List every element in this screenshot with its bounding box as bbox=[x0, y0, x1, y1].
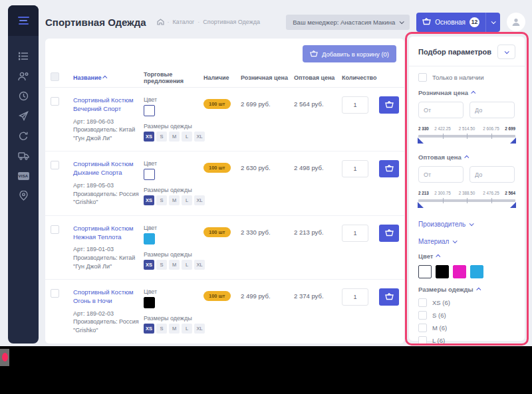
table-row: Спортивный Костюм Дыхание Спорта Арт: 18… bbox=[45, 151, 404, 215]
slider-handle-min[interactable] bbox=[418, 138, 424, 144]
size-chip[interactable]: XS bbox=[144, 132, 154, 142]
size-filter-option[interactable]: M (6) bbox=[418, 324, 515, 332]
color-swatch[interactable] bbox=[144, 169, 155, 180]
product-name-link[interactable]: Спортивный Костюм Нежная Теплота bbox=[73, 225, 144, 242]
row-checkbox[interactable] bbox=[51, 97, 59, 106]
color-swatch[interactable] bbox=[144, 297, 155, 308]
quantity-input[interactable] bbox=[342, 288, 368, 306]
size-chip-list: XSSMLXL bbox=[144, 324, 203, 334]
size-filter-checkbox[interactable] bbox=[418, 298, 427, 307]
size-chip[interactable]: XL bbox=[194, 260, 205, 270]
user-avatar[interactable] bbox=[507, 13, 525, 31]
size-chip[interactable]: M bbox=[169, 132, 180, 142]
location-pin-icon[interactable] bbox=[18, 190, 29, 201]
slider-tick-label: 2 606.75 bbox=[483, 126, 499, 131]
size-filter-checkbox[interactable] bbox=[418, 311, 427, 320]
payment-visa-icon[interactable]: VISA bbox=[18, 170, 29, 181]
size-chip[interactable]: M bbox=[169, 324, 180, 334]
add-row-to-cart-button[interactable] bbox=[379, 225, 399, 242]
wholesale-price-from-input[interactable] bbox=[418, 166, 464, 183]
filter-color-swatch[interactable] bbox=[436, 265, 449, 278]
size-chip[interactable]: S bbox=[156, 195, 167, 205]
size-chip[interactable]: L bbox=[182, 260, 192, 270]
chevron-down-icon bbox=[505, 49, 509, 54]
product-name-link[interactable]: Спортивный Костюм Огонь в Ночи bbox=[73, 288, 144, 306]
quantity-input[interactable] bbox=[342, 96, 368, 114]
slider-handle-max[interactable] bbox=[510, 138, 516, 144]
retail-price-from-input[interactable] bbox=[418, 102, 464, 118]
slider-handle-max[interactable] bbox=[510, 202, 516, 208]
header-name[interactable]: Название bbox=[73, 74, 144, 81]
manufacturer-section-toggle[interactable]: Производитель bbox=[418, 221, 515, 228]
hamburger-menu-button[interactable] bbox=[8, 5, 39, 36]
orders-list-icon[interactable] bbox=[18, 50, 29, 62]
history-clock-icon[interactable] bbox=[18, 90, 29, 102]
sync-icon[interactable] bbox=[18, 130, 29, 142]
size-chip[interactable]: XS bbox=[144, 195, 154, 205]
product-name-link[interactable]: Спортивный Костюм Вечерний Спорт bbox=[73, 96, 144, 114]
size-chip[interactable]: XS bbox=[144, 260, 154, 270]
size-filter-option[interactable]: S (6) bbox=[418, 311, 515, 320]
clients-icon[interactable] bbox=[18, 70, 29, 82]
add-row-to-cart-button[interactable] bbox=[379, 288, 399, 306]
color-section-toggle[interactable]: Цвет bbox=[418, 252, 515, 260]
size-chip[interactable]: XL bbox=[194, 132, 205, 142]
home-icon[interactable] bbox=[157, 19, 164, 25]
slider-handle-min[interactable] bbox=[418, 202, 424, 208]
breadcrumb-catalog[interactable]: Каталог bbox=[168, 19, 195, 25]
size-chip[interactable]: M bbox=[169, 195, 180, 205]
color-swatch[interactable] bbox=[144, 233, 155, 245]
retail-price-to-input[interactable] bbox=[469, 102, 515, 118]
slider-track[interactable] bbox=[418, 135, 515, 138]
manager-dropdown[interactable]: Ваш менеджер: Анастасия Макина bbox=[286, 15, 410, 30]
send-rocket-icon[interactable] bbox=[18, 110, 29, 122]
add-row-to-cart-button[interactable] bbox=[379, 96, 399, 114]
size-chip[interactable]: S bbox=[156, 260, 167, 270]
wholesale-price-value: 2 498 руб. bbox=[294, 160, 342, 171]
size-chip[interactable]: XS bbox=[144, 324, 154, 334]
add-to-cart-bulk-button[interactable]: Добавить в корзину (0) bbox=[303, 45, 396, 62]
select-all-checkbox[interactable] bbox=[51, 72, 59, 81]
wholesale-price-section-toggle[interactable]: Оптовая цена bbox=[418, 153, 515, 161]
row-checkbox[interactable] bbox=[51, 289, 59, 298]
size-filter-checkbox[interactable] bbox=[418, 336, 427, 345]
product-name-link[interactable]: Спортивный Костюм Дыхание Спорта bbox=[73, 160, 144, 177]
size-filter-option[interactable]: XS (6) bbox=[418, 298, 515, 307]
retail-price-section-toggle[interactable]: Розничная цена bbox=[418, 89, 515, 96]
sizes-label: Размеры одежды bbox=[144, 251, 203, 258]
add-row-to-cart-button[interactable] bbox=[379, 160, 399, 177]
size-chip[interactable]: M bbox=[169, 260, 180, 270]
cart-icon bbox=[422, 18, 431, 26]
only-in-stock-option[interactable]: Только в наличии bbox=[418, 73, 515, 82]
cart-dropdown-toggle[interactable] bbox=[486, 21, 500, 24]
size-chip[interactable]: S bbox=[156, 324, 167, 334]
size-chip[interactable]: XL bbox=[194, 324, 205, 334]
filter-color-swatch[interactable] bbox=[418, 265, 432, 278]
cart-button[interactable]: Основная 12 bbox=[416, 13, 500, 32]
filter-color-swatch[interactable] bbox=[470, 265, 483, 278]
color-swatch[interactable] bbox=[144, 105, 155, 116]
quantity-input[interactable] bbox=[342, 160, 368, 177]
filter-color-swatch[interactable] bbox=[453, 265, 466, 278]
size-chip[interactable]: L bbox=[182, 324, 192, 334]
delivery-truck-icon[interactable] bbox=[18, 150, 29, 161]
size-filter-checkbox[interactable] bbox=[418, 324, 427, 332]
color-label: Цвет bbox=[144, 160, 203, 167]
size-chip[interactable]: L bbox=[182, 195, 192, 205]
sizes-section-toggle[interactable]: Размеры одежды bbox=[418, 286, 515, 293]
size-chip[interactable]: L bbox=[182, 132, 192, 142]
row-checkbox[interactable] bbox=[51, 161, 59, 169]
size-filter-option[interactable]: L (6) bbox=[418, 336, 515, 345]
chevron-up-icon bbox=[471, 91, 475, 96]
only-in-stock-checkbox[interactable] bbox=[418, 73, 427, 82]
row-checkbox[interactable] bbox=[51, 225, 59, 234]
quantity-input[interactable] bbox=[342, 225, 368, 242]
collapse-panel-button[interactable] bbox=[497, 45, 515, 59]
wholesale-price-value: 2 213 руб. bbox=[294, 225, 342, 236]
size-chip[interactable]: XL bbox=[194, 195, 205, 205]
retail-price-value: 2 699 руб. bbox=[241, 96, 294, 108]
size-chip[interactable]: S bbox=[156, 132, 167, 142]
material-section-toggle[interactable]: Материал bbox=[418, 238, 515, 245]
slider-track[interactable] bbox=[418, 199, 515, 202]
wholesale-price-to-input[interactable] bbox=[469, 166, 515, 183]
